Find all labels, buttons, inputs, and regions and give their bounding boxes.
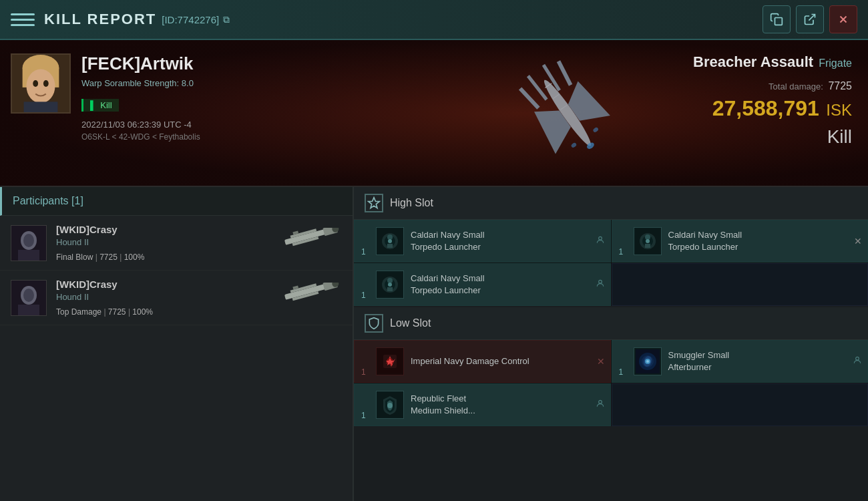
- low-slot-icon: [365, 314, 383, 333]
- participant-name: [WKID]Crasy: [56, 224, 282, 235]
- participant-avatar: [11, 280, 47, 316]
- svg-point-79: [387, 403, 393, 408]
- fitting-name-damage-control: Imperial Navy Damage Control: [411, 355, 529, 367]
- low-slot-label: Low Slot: [390, 317, 431, 329]
- fitting-item-shield[interactable]: 1 Republic FleetMedium Shield...: [354, 383, 611, 426]
- person-icon: [596, 235, 605, 247]
- fitting-icon-shield: [376, 391, 404, 419]
- svg-point-58: [646, 239, 650, 243]
- svg-point-56: [645, 234, 650, 240]
- avatar: [11, 53, 71, 114]
- ship-image: [481, 40, 654, 186]
- fitting-name: Caldari Navy SmallTorpedo Launcher: [411, 273, 485, 297]
- right-panel: High Slot 1 Caldari Navy SmallTorped: [354, 187, 868, 501]
- clipboard-button[interactable]: [763, 5, 791, 33]
- svg-rect-38: [18, 305, 39, 315]
- low-slot-header: Low Slot: [354, 307, 868, 340]
- high-slot-icon: [365, 194, 383, 212]
- svg-point-62: [387, 278, 393, 283]
- participant-avatar: [11, 225, 47, 261]
- participant-info: [WKID]Crasy Hound II Top Damage | 7725 |…: [56, 279, 282, 317]
- fitting-icon-afterburner: [634, 347, 662, 375]
- person-icon: [596, 399, 605, 411]
- isk-label: ISK: [826, 101, 852, 119]
- fitting-item[interactable]: 1 Caldari Navy SmallTorpedo Launcher: [354, 220, 611, 263]
- isk-value: 27,588,791: [712, 96, 819, 120]
- close-icon: ✕: [854, 236, 862, 246]
- close-button[interactable]: [829, 5, 857, 33]
- title-bar: KILL REPORT [ID:7742276] ⧉: [0, 0, 868, 40]
- fitting-icon: [376, 227, 404, 255]
- low-slot-grid: 1 Imperial Navy Damage Control ✕ 1: [354, 340, 868, 426]
- svg-rect-18: [557, 60, 573, 86]
- svg-point-27: [23, 234, 34, 247]
- title-id: [ID:7742276]: [162, 14, 219, 25]
- hero-stats: Breacher Assault Frigate Total damage: 7…: [677, 40, 868, 186]
- menu-icon[interactable]: [11, 7, 35, 31]
- participant-weapon: [282, 228, 342, 258]
- participant-ship: Hound II: [56, 292, 282, 302]
- participants-header: Participants [1]: [0, 187, 353, 216]
- svg-point-51: [388, 239, 392, 243]
- fitting-icon-damage-control: [376, 347, 404, 375]
- total-damage-label: Total damage: 7725: [693, 80, 852, 92]
- fitting-item-empty: [612, 383, 869, 426]
- hero-section: [FECK]Artwik Warp Soramble Strength: 8.0…: [0, 40, 868, 187]
- close-icon: ✕: [597, 356, 605, 367]
- fitting-name-afterburner: Smuggler SmallAfterburner: [668, 349, 730, 373]
- fitting-icon: [634, 227, 662, 255]
- svg-point-80: [598, 400, 602, 403]
- high-slot-header: High Slot: [354, 187, 868, 220]
- copy-icon[interactable]: ⧉: [223, 14, 230, 25]
- svg-rect-15: [519, 88, 540, 110]
- fitting-name: Caldari Navy SmallTorpedo Launcher: [411, 229, 485, 253]
- svg-rect-28: [18, 250, 39, 261]
- svg-point-52: [598, 236, 602, 240]
- svg-point-76: [646, 360, 649, 363]
- fitting-name-shield: Republic FleetMedium Shield...: [411, 393, 475, 417]
- svg-point-64: [388, 283, 392, 287]
- svg-point-20: [570, 142, 577, 149]
- export-button[interactable]: [796, 5, 824, 33]
- svg-rect-11: [24, 102, 58, 112]
- svg-point-49: [387, 234, 393, 240]
- fitting-item-empty: [612, 263, 869, 306]
- kill-badge: ▌ Kill: [81, 99, 119, 112]
- svg-rect-50: [387, 244, 393, 248]
- fitting-item[interactable]: 1 Caldari Navy SmallTorpedo Launcher ✕: [612, 220, 869, 263]
- svg-rect-0: [775, 18, 783, 25]
- svg-point-21: [592, 127, 599, 134]
- participant-weapon-2: [282, 283, 342, 313]
- participant-card: [WKID]Crasy Hound II Final Blow | 7725 |…: [0, 216, 353, 271]
- participant-info: [WKID]Crasy Hound II Final Blow | 7725 |…: [56, 224, 282, 262]
- svg-line-1: [809, 15, 815, 21]
- fitting-name: Caldari Navy SmallTorpedo Launcher: [668, 229, 742, 253]
- result-label: Kill: [693, 126, 852, 148]
- title-actions: [763, 5, 857, 33]
- total-damage-value: 7725: [828, 80, 852, 92]
- fitting-icon: [376, 271, 404, 299]
- participant-name: [WKID]Crasy: [56, 279, 282, 290]
- person-icon: [596, 279, 605, 291]
- high-slot-grid: 1 Caldari Navy SmallTorpedo Launcher: [354, 220, 868, 306]
- svg-point-10: [43, 80, 49, 87]
- fitting-item[interactable]: 1 Caldari Navy SmallTorpedo Launcher: [354, 263, 611, 306]
- title-text: KILL REPORT: [44, 11, 156, 28]
- participant-ship: Hound II: [56, 237, 282, 247]
- svg-point-9: [33, 80, 38, 87]
- ship-type: Breacher Assault: [693, 53, 813, 71]
- fitting-item-afterburner[interactable]: 1 Smuggler SmallAfterburner: [612, 340, 869, 383]
- svg-rect-63: [387, 287, 393, 291]
- participant-stats: Final Blow | 7725 | 100%: [56, 253, 282, 262]
- svg-point-37: [23, 289, 34, 302]
- participant-card: [WKID]Crasy Hound II Top Damage | 7725 |…: [0, 271, 353, 325]
- svg-point-8: [27, 69, 55, 104]
- main-content: Participants [1] [WKID]Crasy Hound II Fi…: [0, 187, 868, 501]
- ship-class: Frigate: [819, 57, 852, 69]
- fitting-item-destroyed[interactable]: 1 Imperial Navy Damage Control ✕: [354, 340, 611, 383]
- participant-stats: Top Damage | 7725 | 100%: [56, 307, 282, 317]
- left-panel: Participants [1] [WKID]Crasy Hound II Fi…: [0, 187, 354, 501]
- high-slot-label: High Slot: [390, 197, 433, 209]
- person-icon: [853, 355, 862, 367]
- svg-point-65: [598, 280, 602, 283]
